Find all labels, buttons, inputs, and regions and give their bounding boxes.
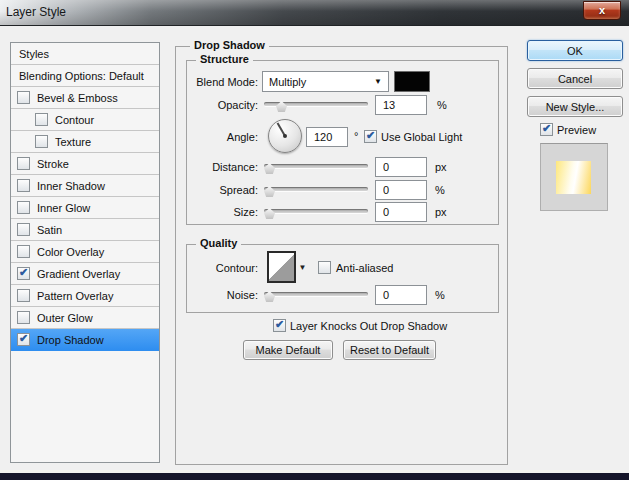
sidebar-item-pattern-overlay[interactable]: Pattern Overlay [11,285,159,307]
unchecked-checkbox[interactable] [17,311,30,324]
opacity-input[interactable] [375,95,427,115]
cancel-button[interactable]: Cancel [527,68,623,89]
window-bottom-edge [0,473,629,480]
unchecked-checkbox[interactable] [17,179,30,192]
slider-track [264,292,368,296]
distance-unit: px [435,161,447,173]
contour-label: Contour: [178,262,258,274]
reset-to-default-button[interactable]: Reset to Default [343,340,436,360]
preview-thumbnail [540,143,608,211]
distance-slider[interactable] [264,161,368,175]
make-default-button[interactable]: Make Default [243,340,333,360]
ok-button[interactable]: OK [527,40,623,61]
layer-style-dialog: Layer Style x StylesBlending Options: De… [0,0,629,480]
unchecked-checkbox[interactable] [35,113,48,126]
sidebar-item-inner-shadow[interactable]: Inner Shadow [11,175,159,197]
sidebar-item-gradient-overlay[interactable]: Gradient Overlay [11,263,159,285]
angle-dial-center [283,134,287,138]
spread-label: Spread: [178,184,258,196]
noise-slider[interactable] [264,289,368,303]
chevron-down-icon: ▼ [374,77,382,86]
opacity-slider[interactable] [264,99,368,113]
blend-mode-label: Blend Mode: [178,76,258,88]
sidebar-item-label: Inner Shadow [37,180,105,192]
sidebar-item-label: Blending Options: Default [19,70,144,82]
angle-dial[interactable] [268,119,302,153]
slider-track [264,187,368,191]
distance-label: Distance: [178,161,258,173]
contour-thumbnail[interactable] [267,251,296,283]
title-bar[interactable]: Layer Style x [0,0,629,26]
new-style-label: New Style... [546,101,605,113]
checked-checkbox[interactable] [17,267,30,280]
angle-label: Angle: [178,131,258,143]
ok-label: OK [567,45,583,57]
opacity-label: Opacity: [178,99,258,111]
use-global-light-label: Use Global Light [381,131,462,143]
new-style-button[interactable]: New Style... [527,96,623,117]
sidebar-item-drop-shadow[interactable]: Drop Shadow [11,329,159,351]
layer-knocks-out-checkbox[interactable] [273,319,286,332]
chevron-down-icon[interactable]: ▼ [296,251,309,283]
sidebar-item-label: Stroke [37,158,69,170]
spread-input[interactable] [375,180,427,200]
checked-checkbox[interactable] [17,333,30,346]
unchecked-checkbox[interactable] [17,245,30,258]
sidebar-item-color-overlay[interactable]: Color Overlay [11,241,159,263]
size-label: Size: [178,206,258,218]
use-global-light-checkbox[interactable] [364,130,377,143]
layer-knocks-out-label: Layer Knocks Out Drop Shadow [290,320,447,332]
sidebar-item-blending-options-default[interactable]: Blending Options: Default [11,65,159,87]
close-icon: x [599,4,605,16]
preview-label: Preview [557,124,596,136]
sidebar-item-outer-glow[interactable]: Outer Glow [11,307,159,329]
sidebar-item-satin[interactable]: Satin [11,219,159,241]
sidebar-item-styles[interactable]: Styles [11,43,159,65]
sidebar-item-label: Bevel & Emboss [37,92,118,104]
unchecked-checkbox[interactable] [35,135,48,148]
size-unit: px [435,206,447,218]
close-button[interactable]: x [583,1,621,20]
slider-track [264,209,368,213]
structure-group-title: Structure [196,53,253,65]
anti-aliased-checkbox[interactable] [318,261,331,274]
sidebar-item-label: Contour [55,114,94,126]
sidebar-item-stroke[interactable]: Stroke [11,153,159,175]
opacity-unit: % [437,99,447,111]
size-input[interactable] [375,202,427,222]
preview-checkbox[interactable] [540,123,553,136]
blend-mode-dropdown[interactable]: Multiply ▼ [262,71,389,92]
noise-input[interactable] [375,285,427,305]
sidebar-item-contour[interactable]: Contour [11,109,159,131]
sidebar-item-texture[interactable]: Texture [11,131,159,153]
spread-slider[interactable] [264,184,368,198]
sidebar-item-inner-glow[interactable]: Inner Glow [11,197,159,219]
angle-unit: ° [354,130,358,142]
drop-shadow-group-title: Drop Shadow [190,39,269,51]
styles-list: StylesBlending Options: DefaultBevel & E… [10,42,160,463]
unchecked-checkbox[interactable] [17,289,30,302]
sidebar-item-label: Color Overlay [37,246,104,258]
gradient-overlay-swatch [556,161,591,194]
angle-input[interactable] [306,127,348,147]
slider-track [264,164,368,168]
shadow-color-swatch[interactable] [394,71,430,92]
reset-to-default-label: Reset to Default [350,344,429,356]
noise-unit: % [435,289,445,301]
unchecked-checkbox[interactable] [17,91,30,104]
unchecked-checkbox[interactable] [17,157,30,170]
unchecked-checkbox[interactable] [17,223,30,236]
noise-label: Noise: [178,289,258,301]
sidebar-item-label: Gradient Overlay [37,268,120,280]
sidebar-item-label: Outer Glow [37,312,93,324]
sidebar-item-label: Inner Glow [37,202,90,214]
cancel-label: Cancel [558,73,592,85]
size-slider[interactable] [264,206,368,220]
quality-group-title: Quality [196,237,241,249]
distance-input[interactable] [375,157,427,177]
sidebar-item-bevel-emboss[interactable]: Bevel & Emboss [11,87,159,109]
sidebar-item-label: Texture [55,136,91,148]
unchecked-checkbox[interactable] [17,201,30,214]
contour-picker[interactable]: ▼ [267,251,311,283]
anti-aliased-label: Anti-aliased [336,262,393,274]
